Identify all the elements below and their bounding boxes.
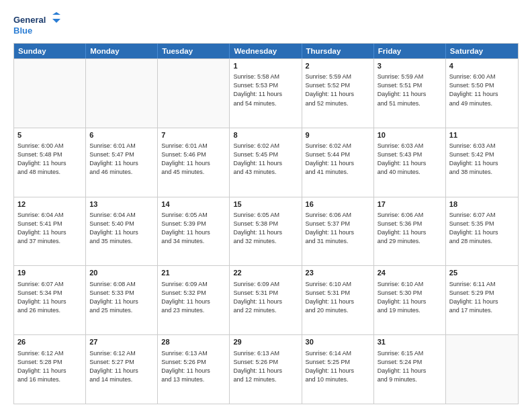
day-number: 27 (89, 337, 154, 347)
day-info: Sunrise: 6:14 AM Sunset: 5:25 PM Dayligh… (306, 349, 370, 384)
logo: General Blue (13, 12, 60, 38)
day-number: 25 (449, 268, 515, 278)
calendar-row-4: 26Sunrise: 6:12 AM Sunset: 5:28 PM Dayli… (14, 334, 518, 404)
calendar-cell: 17Sunrise: 6:06 AM Sunset: 5:36 PM Dayli… (374, 197, 446, 266)
calendar-cell: 14Sunrise: 6:05 AM Sunset: 5:39 PM Dayli… (158, 197, 230, 266)
calendar-cell: 29Sunrise: 6:13 AM Sunset: 5:26 PM Dayli… (230, 335, 302, 404)
calendar-cell: 21Sunrise: 6:09 AM Sunset: 5:32 PM Dayli… (158, 266, 230, 334)
svg-text:General: General (13, 15, 46, 25)
day-info: Sunrise: 6:03 AM Sunset: 5:42 PM Dayligh… (449, 142, 515, 177)
day-number: 11 (449, 130, 515, 140)
day-number: 15 (233, 199, 298, 210)
day-number: 18 (449, 199, 515, 210)
day-number: 26 (17, 337, 82, 347)
calendar-cell: 3Sunrise: 5:59 AM Sunset: 5:51 PM Daylig… (374, 59, 446, 128)
day-info: Sunrise: 6:11 AM Sunset: 5:29 PM Dayligh… (449, 280, 515, 315)
day-number: 10 (378, 130, 442, 140)
calendar-cell: 20Sunrise: 6:08 AM Sunset: 5:33 PM Dayli… (86, 266, 158, 334)
logo-svg: General Blue (13, 12, 60, 38)
calendar-cell: 2Sunrise: 5:59 AM Sunset: 5:52 PM Daylig… (302, 59, 374, 128)
calendar-row-3: 19Sunrise: 6:07 AM Sunset: 5:34 PM Dayli… (14, 265, 518, 334)
calendar-cell: 4Sunrise: 6:00 AM Sunset: 5:50 PM Daylig… (446, 59, 518, 128)
day-info: Sunrise: 6:03 AM Sunset: 5:43 PM Dayligh… (378, 142, 442, 177)
day-number: 31 (378, 337, 442, 347)
day-info: Sunrise: 6:10 AM Sunset: 5:31 PM Dayligh… (306, 280, 370, 315)
day-info: Sunrise: 6:01 AM Sunset: 5:47 PM Dayligh… (89, 142, 154, 177)
calendar-cell: 8Sunrise: 6:02 AM Sunset: 5:45 PM Daylig… (230, 128, 302, 197)
day-info: Sunrise: 6:07 AM Sunset: 5:35 PM Dayligh… (449, 211, 515, 246)
calendar-row-1: 5Sunrise: 6:00 AM Sunset: 5:48 PM Daylig… (14, 128, 518, 197)
day-number: 3 (378, 61, 442, 71)
day-number: 1 (233, 61, 298, 71)
svg-marker-3 (52, 19, 60, 23)
day-info: Sunrise: 6:13 AM Sunset: 5:26 PM Dayligh… (161, 349, 226, 384)
calendar-cell: 16Sunrise: 6:06 AM Sunset: 5:37 PM Dayli… (302, 197, 374, 266)
day-number: 30 (306, 337, 370, 347)
calendar-cell: 30Sunrise: 6:14 AM Sunset: 5:25 PM Dayli… (302, 335, 374, 404)
day-info: Sunrise: 6:06 AM Sunset: 5:37 PM Dayligh… (306, 211, 370, 246)
calendar-cell: 6Sunrise: 6:01 AM Sunset: 5:47 PM Daylig… (86, 128, 158, 197)
day-info: Sunrise: 5:59 AM Sunset: 5:52 PM Dayligh… (306, 73, 370, 107)
day-info: Sunrise: 6:04 AM Sunset: 5:40 PM Dayligh… (89, 211, 154, 246)
day-info: Sunrise: 6:09 AM Sunset: 5:31 PM Dayligh… (233, 280, 298, 315)
day-number: 22 (233, 268, 298, 278)
day-number: 14 (161, 199, 226, 210)
calendar-cell: 11Sunrise: 6:03 AM Sunset: 5:42 PM Dayli… (446, 128, 518, 197)
day-info: Sunrise: 6:15 AM Sunset: 5:24 PM Dayligh… (378, 349, 442, 384)
day-number: 16 (306, 199, 370, 210)
header-day-thursday: Thursday (302, 44, 374, 58)
day-info: Sunrise: 6:00 AM Sunset: 5:48 PM Dayligh… (17, 142, 82, 177)
day-info: Sunrise: 6:12 AM Sunset: 5:28 PM Dayligh… (17, 349, 82, 384)
calendar-cell: 9Sunrise: 6:02 AM Sunset: 5:44 PM Daylig… (302, 128, 374, 197)
page: General Blue SundayMondayTuesdayWednesda… (0, 0, 532, 411)
day-number: 24 (378, 268, 442, 278)
day-number: 21 (161, 268, 226, 278)
day-info: Sunrise: 6:00 AM Sunset: 5:50 PM Dayligh… (449, 73, 515, 107)
calendar-cell: 15Sunrise: 6:05 AM Sunset: 5:38 PM Dayli… (230, 197, 302, 266)
header-day-sunday: Sunday (14, 44, 86, 58)
day-number: 5 (17, 130, 82, 140)
calendar-cell: 31Sunrise: 6:15 AM Sunset: 5:24 PM Dayli… (374, 335, 446, 404)
day-number: 4 (449, 61, 515, 71)
calendar-row-2: 12Sunrise: 6:04 AM Sunset: 5:41 PM Dayli… (14, 197, 518, 266)
day-info: Sunrise: 6:02 AM Sunset: 5:44 PM Dayligh… (306, 142, 370, 177)
header-day-saturday: Saturday (446, 44, 518, 58)
svg-text:Blue: Blue (13, 26, 32, 36)
calendar-cell: 5Sunrise: 6:00 AM Sunset: 5:48 PM Daylig… (14, 128, 86, 197)
calendar-cell: 10Sunrise: 6:03 AM Sunset: 5:43 PM Dayli… (374, 128, 446, 197)
calendar-cell: 7Sunrise: 6:01 AM Sunset: 5:46 PM Daylig… (158, 128, 230, 197)
calendar-cell: 25Sunrise: 6:11 AM Sunset: 5:29 PM Dayli… (446, 266, 518, 334)
day-number: 28 (161, 337, 226, 347)
day-number: 8 (233, 130, 298, 140)
day-info: Sunrise: 6:05 AM Sunset: 5:39 PM Dayligh… (161, 211, 226, 246)
day-number: 29 (233, 337, 298, 347)
calendar-cell: 26Sunrise: 6:12 AM Sunset: 5:28 PM Dayli… (14, 335, 86, 404)
day-number: 6 (89, 130, 154, 140)
day-info: Sunrise: 5:58 AM Sunset: 5:53 PM Dayligh… (233, 73, 298, 107)
calendar-cell: 12Sunrise: 6:04 AM Sunset: 5:41 PM Dayli… (14, 197, 86, 266)
calendar-body: 1Sunrise: 5:58 AM Sunset: 5:53 PM Daylig… (14, 58, 518, 404)
day-number: 19 (17, 268, 82, 278)
day-number: 20 (89, 268, 154, 278)
header-day-tuesday: Tuesday (158, 44, 230, 58)
calendar-cell (86, 59, 158, 128)
day-info: Sunrise: 6:07 AM Sunset: 5:34 PM Dayligh… (17, 280, 82, 315)
day-info: Sunrise: 6:09 AM Sunset: 5:32 PM Dayligh… (161, 280, 226, 315)
calendar-cell (14, 59, 86, 128)
day-number: 23 (306, 268, 370, 278)
calendar-cell: 13Sunrise: 6:04 AM Sunset: 5:40 PM Dayli… (86, 197, 158, 266)
svg-marker-2 (52, 12, 60, 15)
calendar-cell: 1Sunrise: 5:58 AM Sunset: 5:53 PM Daylig… (230, 59, 302, 128)
calendar-cell: 27Sunrise: 6:12 AM Sunset: 5:27 PM Dayli… (86, 335, 158, 404)
calendar-cell (446, 335, 518, 404)
calendar-cell (158, 59, 230, 128)
calendar-cell: 28Sunrise: 6:13 AM Sunset: 5:26 PM Dayli… (158, 335, 230, 404)
day-number: 9 (306, 130, 370, 140)
calendar-cell: 24Sunrise: 6:10 AM Sunset: 5:30 PM Dayli… (374, 266, 446, 334)
day-info: Sunrise: 6:01 AM Sunset: 5:46 PM Dayligh… (161, 142, 226, 177)
header-day-monday: Monday (86, 44, 158, 58)
day-info: Sunrise: 6:02 AM Sunset: 5:45 PM Dayligh… (233, 142, 298, 177)
day-number: 12 (17, 199, 82, 210)
day-info: Sunrise: 6:08 AM Sunset: 5:33 PM Dayligh… (89, 280, 154, 315)
calendar-cell: 22Sunrise: 6:09 AM Sunset: 5:31 PM Dayli… (230, 266, 302, 334)
